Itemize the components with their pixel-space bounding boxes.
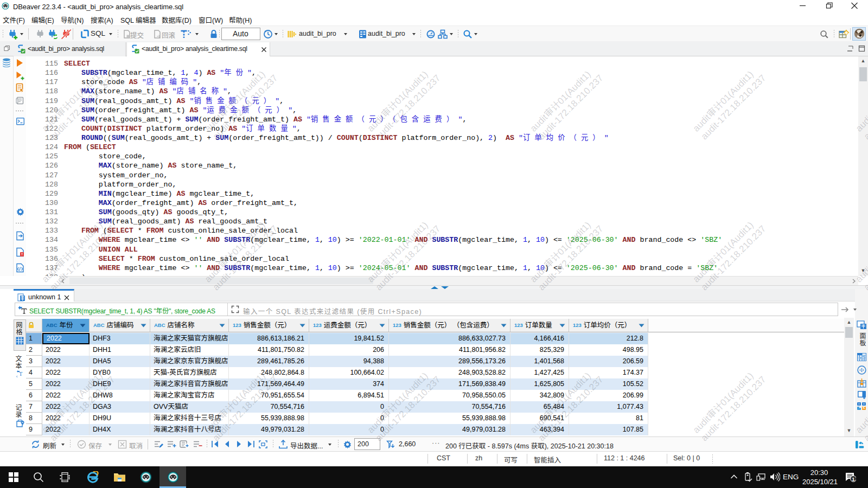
svg-text:1: 1 — [852, 476, 855, 482]
svg-text:T: T — [19, 371, 23, 377]
